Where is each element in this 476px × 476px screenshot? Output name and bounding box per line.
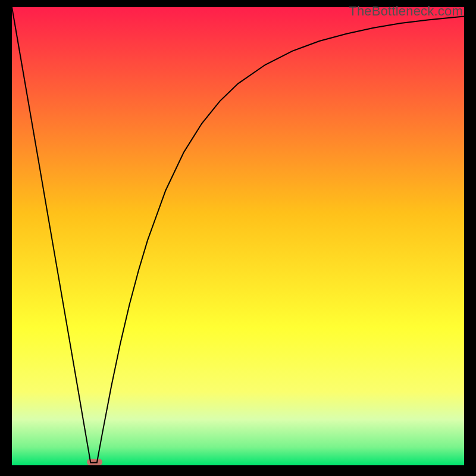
chart-frame [12, 7, 464, 465]
plot-svg [12, 7, 464, 465]
plot-area [12, 7, 464, 465]
watermark-text: TheBottleneck.com [349, 4, 463, 19]
